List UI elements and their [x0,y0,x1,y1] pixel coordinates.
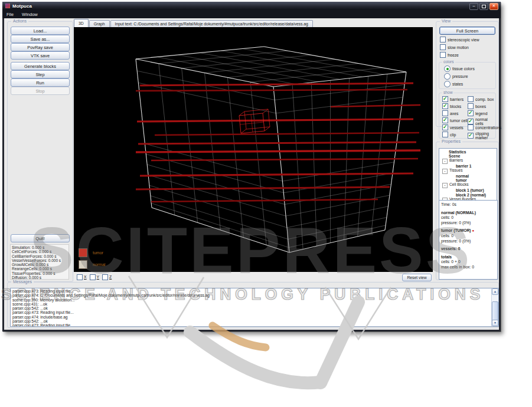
barriers-checkbox[interactable] [442,96,448,102]
boxes-checkbox[interactable] [468,103,474,109]
show-clipping-marker-toggle[interactable]: clipping marker [468,132,495,140]
tumor-cells-checkbox[interactable] [442,117,448,123]
collapse-icon[interactable] [442,169,448,174]
axes-checkbox[interactable] [442,110,448,116]
tree-item-tissues[interactable]: Tissues [440,168,497,174]
stereoscopic-checkbox[interactable] [440,37,446,42]
comp-box-checkbox[interactable] [468,96,474,102]
simulation-info-panel: Time: 0s normal (NORMAL) cells: 0 pressu… [439,200,498,280]
show-tumor-cells-toggle[interactable]: tumor cells [442,117,469,123]
properties-tree[interactable]: Statistics Scene Barriers barrier 1 Tiss… [439,148,497,201]
show-concentrations-toggle[interactable]: concentrations [468,124,501,130]
page: Motpuca – ✕ File Window Actions Load... … [0,0,532,407]
tumor-marker-icon: ● [472,229,474,232]
tree-item-block-1[interactable]: block 1 (tumor) [440,188,497,192]
reset-view-button[interactable]: Reset view [402,274,432,281]
axis-y-checkbox[interactable] [90,274,96,280]
scroll-up-button[interactable]: ▲ [492,288,498,295]
axis-x-checkbox[interactable] [77,274,83,280]
concentrations-checkbox[interactable] [468,124,474,130]
load-button[interactable]: Load... [11,27,70,35]
vessels-readout: vessels: 0 [441,247,497,252]
close-button[interactable]: ✕ [489,3,498,10]
show-blocks-toggle[interactable]: blocks [442,103,461,109]
tab-graph[interactable]: Graph [89,20,110,27]
radio-tissue-colors[interactable]: tissue colors [444,65,475,72]
show-comp-box-toggle[interactable]: comp. box [468,96,494,102]
tree-item-scene[interactable]: Scene [440,154,497,158]
axis-z-checkbox[interactable] [102,274,108,280]
tab-3d[interactable]: 3D [74,19,89,27]
menu-file[interactable]: File [2,12,18,17]
axis-y-toggle[interactable]: Y [90,274,100,280]
show-vessels-toggle[interactable]: vessels [442,124,464,130]
stat-line: TissueProperties: 0.000 s [12,271,68,275]
show-legend-toggle[interactable]: legend [468,110,487,116]
stereoscopic-toggle[interactable]: stereoscopic view [440,37,479,42]
clipping-marker-checkbox[interactable] [468,133,474,139]
window-controls: – ✕ [469,3,498,10]
clip-checkbox[interactable] [442,132,448,137]
messages-scrollbar[interactable]: ▲ ▼ [491,288,498,326]
menu-window[interactable]: Window [18,12,42,17]
step-button[interactable]: Step [11,70,70,78]
maximize-button[interactable] [479,3,488,10]
normal-cells-readout: cells: 0 [441,215,497,221]
scroll-thumb[interactable] [492,301,498,321]
freeze-toggle[interactable]: freeze [440,52,459,58]
log-line: parser.cpp:473: Reading input file... [12,323,498,327]
vtk-save-button[interactable]: VTK save [11,51,70,60]
show-subgroup: show barriers blocks axes tumor cells ve… [439,93,496,139]
tree-item-cell-blocks[interactable]: Cell Blocks [440,182,497,188]
states-radio[interactable] [444,81,451,87]
show-boxes-toggle[interactable]: boxes [468,103,486,109]
run-button[interactable]: Run [11,78,70,87]
viewport-toolbar: X Y Z Reset view [74,273,433,281]
show-axes-toggle[interactable]: axes [442,110,458,116]
viewport-3d[interactable]: tumor normal [74,27,433,272]
tree-item-barrier-1[interactable]: barrier 1 [440,164,497,168]
tab-input-text[interactable]: Input text: C:/Documents and Settings/Ra… [110,20,313,27]
quit-button[interactable]: Quit! [11,234,70,242]
messages-log[interactable]: parser.cpp:473: Reading input file... pa… [10,288,499,327]
tree-item-tumor[interactable]: tumor [440,178,497,182]
pressure-radio[interactable] [444,73,451,80]
tree-item-block-2[interactable]: block 2 (normal) [440,193,497,197]
slow-motion-checkbox[interactable] [440,44,446,50]
povray-save-button[interactable]: PovRay save [11,43,70,51]
axis-z-toggle[interactable]: Z [102,274,112,280]
legend-checkbox[interactable] [468,110,474,116]
tissue-colors-radio[interactable] [444,65,451,72]
stat-line: CellBarrierForces: 0.000 s [12,254,68,258]
log-line: parser.cpp:473: Reading input file... [12,310,498,314]
slow-motion-toggle[interactable]: slow motion [440,44,469,50]
tumor-cells-readout: cells: 0 [441,234,497,239]
stat-line: CellCellForces: 0.000 s [12,250,68,254]
properties-group: Properties Statistics Scene Barriers bar… [436,142,499,280]
tree-item-statistics[interactable]: Statistics [440,150,497,154]
scroll-down-button[interactable]: ▼ [492,320,498,326]
tree-item-barriers[interactable]: Barriers [440,158,497,164]
generate-blocks-button[interactable]: Generate blocks [11,62,70,70]
fullscreen-button[interactable]: Full Screen [439,27,495,35]
save-as-button[interactable]: Save as... [11,35,70,43]
collapse-icon[interactable] [442,183,448,188]
axis-x-toggle[interactable]: X [77,274,87,280]
tree-item-normal[interactable]: normal [440,174,497,178]
show-barriers-toggle[interactable]: barriers [442,96,464,102]
tumor-tissue-title: tumor (TUMOR) ● [441,228,497,234]
log-line: parser.cpp:473: Reading input file... [12,289,498,293]
blocks-checkbox[interactable] [442,103,448,109]
radio-states[interactable]: states [444,81,463,87]
freeze-checkbox[interactable] [440,52,446,58]
vessels-checkbox[interactable] [442,124,448,130]
minimize-button[interactable]: – [469,3,478,10]
normal-cells-checkbox[interactable] [468,119,474,124]
collapse-icon[interactable] [442,159,448,164]
normal-tissue-title: normal (NORMAL) [441,211,497,216]
tumor-pressure-readout: pressure: 0 (0%) [441,239,497,244]
title-bar[interactable]: Motpuca – ✕ [2,2,501,10]
radio-pressure[interactable]: pressure [444,73,468,80]
show-clip-toggle[interactable]: clip [442,132,456,137]
legend-item-tumor: tumor [79,248,103,257]
